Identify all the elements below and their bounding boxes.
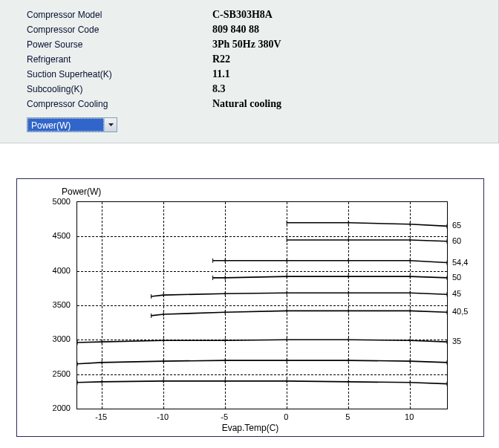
chart-y-tick-label: 3000 (41, 334, 71, 343)
chart-gridline-v (225, 202, 226, 409)
chart-gridline-h (77, 236, 447, 237)
chart-y-tick-label: 4000 (41, 266, 71, 275)
chart-gridline-v (348, 202, 349, 409)
chart-series-label: 45 (452, 289, 461, 298)
spec-row-code: Compressor Code 809 840 88 (0, 22, 498, 37)
chart-y-tick-label: 2500 (41, 369, 71, 378)
chart-gridline-h (77, 271, 447, 272)
chart-x-tick-label: -15 (90, 412, 112, 421)
spec-value: 3Ph 50Hz 380V (212, 39, 281, 51)
chart-plot-area (76, 201, 448, 409)
spec-label: Power Sourse (0, 39, 212, 50)
spec-value: 809 840 88 (212, 24, 259, 36)
chart-series-label: 40,5 (452, 307, 468, 316)
dropdown-selected-text: Power(W) (27, 118, 104, 132)
app-window: Compressor Model C-SB303H8A Compressor C… (0, 0, 499, 448)
chart-x-tick-label: 0 (275, 412, 297, 421)
spec-value: Natural cooling (212, 98, 281, 110)
chart-gridline-v (102, 202, 102, 409)
chart-gridline-h (77, 340, 447, 340)
metric-dropdown[interactable]: Power(W) (27, 117, 117, 132)
chevron-down-icon[interactable] (104, 118, 117, 132)
chart-panel: Power(W) 5000450040003500300025002000 -1… (16, 178, 484, 437)
spec-label: Compressor Code (0, 25, 212, 35)
chart-series-label: 60 (452, 236, 461, 245)
chart-gridline-v (163, 202, 164, 409)
chart-series-label: 50 (452, 273, 461, 282)
chart-series-label: 54,4 (452, 258, 468, 267)
chart-title: Power(W) (62, 186, 101, 197)
chart-series-label: 35 (452, 337, 461, 345)
spec-label: Refrigerant (0, 54, 212, 65)
spec-value: R22 (212, 53, 230, 65)
spec-label: Subcooling(K) (0, 84, 212, 94)
spec-value: 11.1 (212, 68, 230, 80)
chart-x-axis-label: Evap.Temp(C) (17, 423, 483, 433)
spec-value: C-SB303H8A (212, 9, 273, 21)
chart-x-tick-label: 10 (398, 412, 420, 421)
spec-row-model: Compressor Model C-SB303H8A (0, 7, 498, 22)
chart-gridline-v (287, 202, 287, 409)
chart-y-tick-label: 4500 (41, 231, 71, 240)
chart-x-tick-label: 5 (336, 412, 359, 421)
chart-y-tick-label: 2000 (41, 403, 71, 412)
spec-value: 8.3 (212, 83, 226, 95)
spec-label: Suction Superheat(K) (0, 69, 212, 79)
chart-y-tick-label: 3500 (41, 300, 71, 309)
chart-gridline-v (410, 202, 411, 409)
spec-panel: Compressor Model C-SB303H8A Compressor C… (0, 0, 499, 143)
spec-row-refrigerant: Refrigerant R22 (0, 52, 498, 67)
chart-gridline-h (77, 374, 447, 375)
spec-row-cooling: Compressor Cooling Natural cooling (0, 97, 498, 111)
chart-y-tick-label: 5000 (41, 197, 71, 206)
dropdown-container: Power(W) (27, 117, 498, 132)
chart-x-tick-label: -5 (213, 412, 235, 421)
chart-gridline-h (77, 305, 447, 306)
chart-series-label: 65 (452, 221, 461, 230)
spec-row-subcooling: Subcooling(K) 8.3 (0, 82, 498, 97)
svg-marker-0 (108, 123, 114, 126)
spec-row-power-source: Power Sourse 3Ph 50Hz 380V (0, 37, 498, 52)
spec-label: Compressor Cooling (0, 99, 212, 109)
chart-x-tick-label: -10 (151, 412, 174, 421)
spec-label: Compressor Model (0, 10, 212, 20)
spec-row-superheat: Suction Superheat(K) 11.1 (0, 67, 498, 82)
